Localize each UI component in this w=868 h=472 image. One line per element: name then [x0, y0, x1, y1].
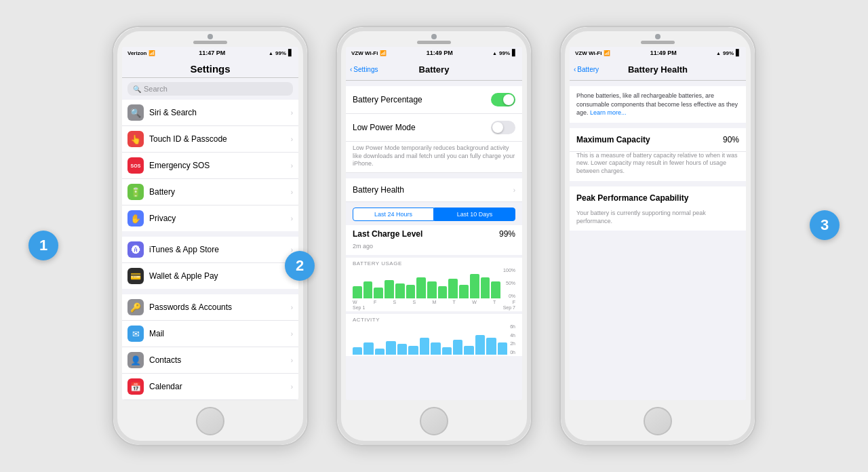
settings-row-touchid[interactable]: 👆 Touch ID & Passcode ›: [122, 126, 298, 153]
wifi-icon-2: 📶: [380, 50, 387, 56]
contacts-chevron: ›: [291, 357, 293, 364]
usage-50: 50%: [506, 281, 515, 286]
low-power-toggle[interactable]: [491, 121, 515, 134]
usage-bar-4: [384, 280, 394, 298]
screen-1: Verizon 📶 11:47 PM ▲ 99% ▋ Settings 🔍 Se…: [122, 47, 298, 400]
settings-row-calendar[interactable]: 📅 Calendar ›: [122, 374, 298, 400]
settings-row-battery[interactable]: 🔋 Battery ›: [122, 179, 298, 205]
activity-chart: ACTIVITY: [346, 314, 522, 356]
sos-label: Emergency SOS: [149, 161, 291, 170]
x-label-w2: W: [472, 300, 477, 304]
touchid-icon: 👆: [127, 131, 144, 147]
speaker-3: [641, 41, 675, 44]
x-label-s1: S: [393, 300, 396, 304]
calendar-icon: 📅: [127, 378, 144, 395]
settings-row-privacy[interactable]: ✋ Privacy ›: [122, 205, 298, 231]
phone-3: VZW Wi-Fi 📶 11:49 PM ▲ 99% ▋ ‹ Battery B…: [559, 26, 756, 446]
max-capacity-label: Maximum Capacity: [576, 135, 650, 144]
home-button-1[interactable]: [196, 407, 224, 435]
activity-label: ACTIVITY: [353, 317, 515, 323]
battery-health-row[interactable]: Battery Health ›: [346, 178, 522, 202]
battery-nav-label: Battery: [149, 187, 291, 197]
location-icon-1: ▲: [269, 51, 273, 56]
low-power-row[interactable]: Low Power Mode: [346, 114, 522, 142]
back-chevron: ‹: [350, 66, 352, 73]
badge-2: 2: [285, 251, 315, 281]
status-bar-1: Verizon 📶 11:47 PM ▲ 99% ▋: [122, 47, 298, 59]
usage-bar-7: [416, 277, 426, 299]
peak-performance-row: Peak Performance Capability: [570, 186, 746, 210]
learn-more-link[interactable]: Learn more...: [590, 109, 627, 116]
segment-control: Last 24 Hours Last 10 Days: [353, 208, 515, 221]
x-label-s2: S: [412, 300, 416, 304]
battery-percentage-label: Battery Percentage: [353, 95, 422, 104]
speaker-2: [417, 41, 451, 44]
usage-bar-2: [363, 281, 373, 298]
act-bar-13: [486, 338, 496, 355]
low-power-desc: Low Power Mode temporarily reduces backg…: [346, 142, 522, 173]
battery-nav-header: ‹ Settings Battery: [346, 59, 522, 81]
usage-bar-14: [491, 281, 500, 298]
settings-row-sos[interactable]: SOS Emergency SOS ›: [122, 153, 298, 179]
home-button-3[interactable]: [644, 407, 672, 435]
seg-10days[interactable]: Last 10 Days: [434, 208, 515, 221]
back-to-battery[interactable]: ‹ Battery: [574, 66, 599, 73]
x-label-f2: F: [513, 300, 515, 304]
battery-usage-label: BATTERY USAGE: [353, 260, 515, 267]
battery-pct-2: 99%: [499, 50, 510, 56]
settings-row-mail[interactable]: ✉ Mail ›: [122, 321, 298, 347]
battery-percentage-toggle[interactable]: [491, 93, 515, 106]
back-label-3: Battery: [577, 66, 599, 73]
badge-1: 1: [28, 231, 58, 260]
health-desc-section: Phone batteries, like all rechargeable b…: [570, 86, 746, 123]
x-label-t2: T: [493, 300, 496, 304]
battery-icon-1: ▋: [288, 50, 293, 56]
usage-bar-11: [459, 285, 469, 298]
act-bar-7: [420, 338, 429, 355]
max-capacity-row: Maximum Capacity 90%: [570, 128, 746, 152]
settings-row-contacts[interactable]: 👤 Contacts ›: [122, 347, 298, 374]
settings-row-wallet[interactable]: 💳 Wallet & Apple Pay ›: [122, 263, 298, 289]
settings-section-3: 🔑 Passwords & Accounts › ✉ Mail › 👤 Cont…: [122, 294, 298, 400]
search-bar[interactable]: 🔍 Search: [127, 82, 293, 96]
mail-chevron: ›: [291, 330, 293, 338]
max-capacity-section: Maximum Capacity 90% This is a measure o…: [570, 128, 746, 181]
settings-row-passwords[interactable]: 🔑 Passwords & Accounts ›: [122, 294, 298, 321]
wallet-label: Wallet & Apple Pay: [149, 271, 291, 281]
touchid-label: Touch ID & Passcode: [149, 134, 291, 144]
battery-pct-3: 99%: [723, 50, 734, 56]
passwords-chevron: ›: [291, 304, 293, 311]
settings-row-siri[interactable]: 🔍 Siri & Search ›: [122, 100, 298, 126]
settings-section-1: 🔍 Siri & Search › 👆 Touch ID & Passcode …: [122, 100, 298, 231]
battery-content: Battery Percentage Low Power Mode Low Po…: [346, 81, 522, 400]
wifi-icon-1: 📶: [149, 50, 155, 56]
sos-icon: SOS: [127, 157, 144, 174]
seg-24hours[interactable]: Last 24 Hours: [353, 208, 434, 221]
battery-percentage-row[interactable]: Battery Percentage: [346, 86, 522, 114]
phone-2: VZW Wi-Fi 📶 11:49 PM ▲ 99% ▋ ‹ Settings …: [336, 26, 532, 446]
mail-icon: ✉: [127, 326, 144, 342]
battery-nav-icon: 🔋: [127, 184, 144, 200]
battery-health-chevron: ›: [513, 186, 515, 194]
battery-health-section: Battery Health ›: [346, 178, 522, 202]
usage-bar-8: [427, 281, 437, 298]
front-camera-2: [431, 34, 437, 39]
act-bar-6: [408, 346, 418, 355]
wallet-icon: 💳: [127, 268, 144, 284]
x-label-m: M: [432, 300, 436, 304]
act-6h: 6h: [510, 324, 515, 329]
settings-row-itunes[interactable]: 🅐 iTunes & App Store ›: [122, 237, 298, 263]
battery-pct-1: 99%: [275, 50, 286, 56]
front-camera: [208, 34, 213, 39]
back-to-settings[interactable]: ‹ Settings: [350, 66, 378, 73]
act-bar-2: [363, 342, 373, 355]
home-button-2[interactable]: [420, 407, 448, 435]
location-icon-2: ▲: [492, 51, 497, 56]
itunes-icon: 🅐: [127, 241, 144, 258]
usage-bar-5: [395, 283, 405, 299]
act-bar-8: [431, 342, 440, 355]
act-bar-1: [353, 347, 362, 355]
location-icon-3: ▲: [716, 51, 721, 56]
battery-nav-chevron: ›: [291, 189, 293, 196]
x-label-t1: T: [453, 300, 456, 304]
